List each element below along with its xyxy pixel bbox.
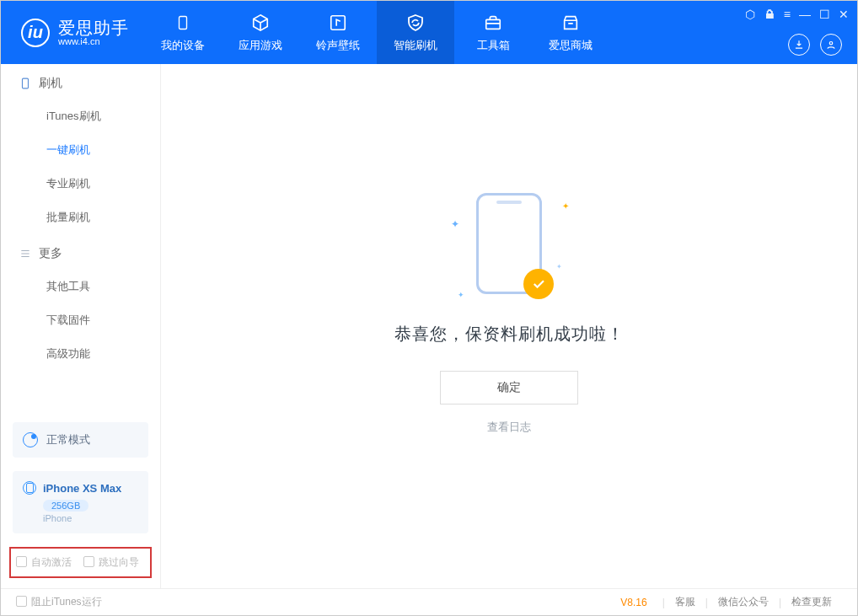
ok-button[interactable]: 确定 <box>440 371 578 404</box>
sidebar-item-other-tools[interactable]: 其他工具 <box>1 270 160 303</box>
svg-rect-2 <box>486 19 501 29</box>
device-type: iPhone <box>43 513 138 523</box>
nav-my-device[interactable]: 我的设备 <box>144 1 222 64</box>
svg-rect-1 <box>331 15 346 29</box>
nav-smart-flash[interactable]: 智能刷机 <box>377 1 454 64</box>
device-icon <box>23 481 36 495</box>
footer-link-update[interactable]: 检查更新 <box>781 595 842 609</box>
device-name: iPhone XS Max <box>43 482 121 495</box>
sparkle-icon: ✦ <box>562 201 569 211</box>
sidebar-item-download-firmware[interactable]: 下载固件 <box>1 303 160 337</box>
mode-card[interactable]: 正常模式 <box>13 422 148 458</box>
shirt-icon[interactable]: ⬡ <box>745 8 755 21</box>
sparkle-icon: ✦ <box>556 263 562 271</box>
cube-icon <box>249 13 272 33</box>
window-controls: ⬡ 🔒︎ ≡ ― ☐ ✕ <box>745 8 849 21</box>
sidebar: 刷机 iTunes刷机 一键刷机 专业刷机 批量刷机 更多 其他工具 下载固件 … <box>1 64 161 588</box>
user-icon[interactable] <box>820 34 842 56</box>
minimize-icon[interactable]: ― <box>799 8 811 21</box>
sparkle-icon: ✦ <box>451 218 459 230</box>
list-icon <box>19 248 31 260</box>
svg-rect-0 <box>180 16 187 29</box>
group-title: 更多 <box>39 246 62 261</box>
mode-icon <box>23 432 38 447</box>
storage-badge: 256GB <box>43 500 88 512</box>
check-badge-icon <box>523 269 554 299</box>
svg-rect-4 <box>23 78 29 88</box>
group-title: 刷机 <box>39 76 62 91</box>
success-illustration: ✦ ✦ ✦ ✦ <box>476 193 542 294</box>
lock-icon[interactable]: 🔒︎ <box>764 8 775 21</box>
sidebar-item-itunes-flash[interactable]: iTunes刷机 <box>1 99 160 133</box>
skip-guide-checkbox[interactable]: 跳过向导 <box>83 555 139 570</box>
logo-text: 爱思助手 www.i4.cn <box>58 19 129 46</box>
nav-label: 铃声壁纸 <box>316 38 360 53</box>
device-icon <box>171 13 195 33</box>
close-icon[interactable]: ✕ <box>839 8 849 21</box>
sidebar-item-oneclick-flash[interactable]: 一键刷机 <box>1 133 160 167</box>
toolbox-icon <box>481 13 505 33</box>
nav-apps-games[interactable]: 应用游戏 <box>222 1 299 64</box>
flash-options-highlight: 自动激活 跳过向导 <box>9 547 152 578</box>
nav-store[interactable]: 爱思商城 <box>532 1 609 64</box>
sidebar-item-pro-flash[interactable]: 专业刷机 <box>1 167 160 201</box>
app-logo: iu 爱思助手 www.i4.cn <box>1 19 144 47</box>
sidebar-group-flash: 刷机 <box>1 64 160 99</box>
header-action-circles <box>788 34 842 56</box>
nav-label: 智能刷机 <box>394 38 437 53</box>
refresh-shield-icon <box>404 13 427 33</box>
mode-label: 正常模式 <box>46 432 90 447</box>
app-url: www.i4.cn <box>58 36 129 46</box>
auto-activate-checkbox[interactable]: 自动激活 <box>16 555 72 570</box>
success-message: 恭喜您，保资料刷机成功啦！ <box>394 323 625 345</box>
maximize-icon[interactable]: ☐ <box>819 8 830 21</box>
nav-label: 爱思商城 <box>549 38 593 53</box>
nav-ringtone-wallpaper[interactable]: 铃声壁纸 <box>299 1 377 64</box>
logo-icon: iu <box>21 19 50 47</box>
download-icon[interactable] <box>788 34 810 56</box>
view-log-link[interactable]: 查看日志 <box>487 420 531 435</box>
store-icon <box>559 13 582 33</box>
music-icon <box>326 13 350 33</box>
footer-link-wechat[interactable]: 微信公众号 <box>708 595 779 609</box>
device-header: iPhone XS Max <box>23 481 138 495</box>
main-nav: 我的设备 应用游戏 铃声壁纸 智能刷机 工具箱 爱思商城 <box>144 1 609 64</box>
app-body: 刷机 iTunes刷机 一键刷机 专业刷机 批量刷机 更多 其他工具 下载固件 … <box>1 64 857 588</box>
footer-link-support[interactable]: 客服 <box>665 595 705 609</box>
menu-icon[interactable]: ≡ <box>784 8 791 21</box>
sidebar-item-advanced[interactable]: 高级功能 <box>1 337 160 371</box>
block-itunes-checkbox[interactable]: 阻止iTunes运行 <box>16 595 102 609</box>
app-name: 爱思助手 <box>58 19 129 36</box>
nav-label: 我的设备 <box>161 38 205 53</box>
nav-label: 应用游戏 <box>239 38 282 53</box>
phone-icon <box>19 76 31 91</box>
main-content: ✦ ✦ ✦ ✦ 恭喜您，保资料刷机成功啦！ 确定 查看日志 <box>161 64 857 588</box>
status-bar: 阻止iTunes运行 V8.16 | 客服 | 微信公众号 | 检查更新 <box>1 588 857 615</box>
app-header: iu 爱思助手 www.i4.cn 我的设备 应用游戏 铃声壁纸 智能刷机 工具… <box>1 1 857 64</box>
sparkle-icon: ✦ <box>458 291 464 299</box>
svg-point-3 <box>829 42 833 46</box>
nav-toolbox[interactable]: 工具箱 <box>454 1 532 64</box>
sidebar-item-batch-flash[interactable]: 批量刷机 <box>1 201 160 234</box>
nav-label: 工具箱 <box>477 38 510 53</box>
version-label: V8.16 <box>620 597 646 608</box>
device-card[interactable]: iPhone XS Max 256GB iPhone <box>13 471 148 533</box>
sidebar-group-more: 更多 <box>1 234 160 270</box>
